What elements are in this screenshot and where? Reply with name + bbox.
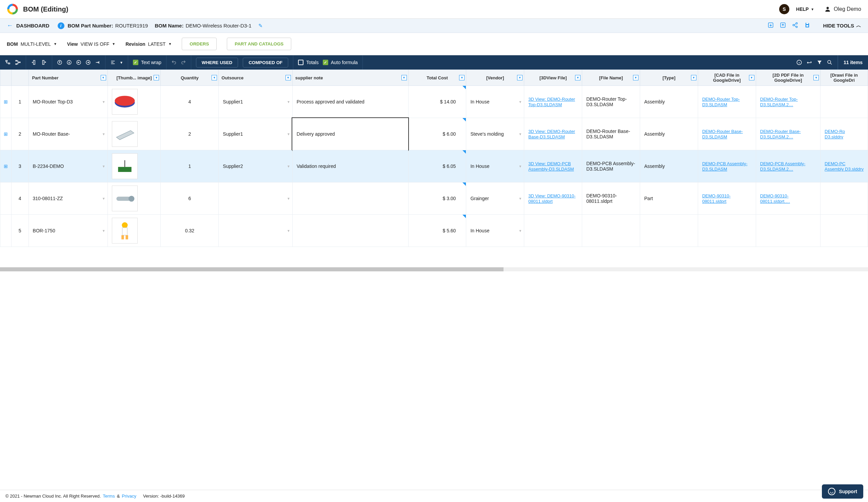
arrow-up-circle-icon[interactable] bbox=[57, 60, 62, 65]
search-icon[interactable] bbox=[827, 59, 833, 65]
chevron-down-icon[interactable]: ▼ bbox=[102, 100, 105, 104]
chevron-down-icon[interactable]: ▼ bbox=[102, 164, 105, 168]
cad-gdrive-cell[interactable]: DEMO-Router Base-D3.SLDASM bbox=[698, 118, 756, 150]
import-icon[interactable] bbox=[768, 22, 774, 29]
pdf-gdrive-cell[interactable] bbox=[756, 215, 820, 247]
tree-collapse-icon[interactable] bbox=[15, 59, 21, 65]
supplier-note-cell[interactable]: Validation required bbox=[292, 150, 408, 183]
filter-icon[interactable]: ▼ bbox=[814, 75, 819, 80]
filter-icon[interactable]: ▼ bbox=[211, 75, 217, 80]
cad-link[interactable]: DEMO-90310-08011.sldprt bbox=[702, 193, 731, 204]
chevron-down-icon[interactable]: ▼ bbox=[518, 100, 522, 104]
chevron-down-icon[interactable]: ▼ bbox=[102, 197, 105, 201]
col-supplier-note[interactable]: supplier note▼ bbox=[292, 70, 408, 86]
drawing-gdrive-cell[interactable]: DEMO-Ro D3.slddrv bbox=[820, 118, 868, 150]
pdf-link[interactable]: DEMO-90310-08011.sldprt.… bbox=[760, 193, 790, 204]
chevron-down-icon[interactable]: ▼ bbox=[287, 100, 290, 104]
cad-gdrive-cell[interactable] bbox=[698, 215, 756, 247]
table-row[interactable]: ⊞ 1 MO-Router Top-D3▼ 4 Supplier1▼ Proce… bbox=[0, 86, 868, 118]
chevron-down-icon[interactable]: ▼ bbox=[518, 164, 522, 168]
drawing-gdrive-cell[interactable] bbox=[820, 183, 868, 215]
chevron-down-icon[interactable]: ▼ bbox=[518, 197, 522, 201]
table-row[interactable]: 5 BOR-1750▼ 0.32 ▼ $ 5.60 In House▼ bbox=[0, 215, 868, 247]
filter-icon[interactable]: ▼ bbox=[154, 75, 159, 80]
help-menu[interactable]: HELP ▼ bbox=[796, 7, 814, 12]
col-part-number[interactable]: Part Number▼ bbox=[29, 70, 107, 86]
cad-link[interactable]: DEMO-Router Base-D3.SLDASM bbox=[702, 129, 743, 140]
chevron-down-icon[interactable]: ▼ bbox=[518, 229, 522, 233]
total-cost-cell[interactable]: $ 6.05 bbox=[408, 150, 466, 183]
chevron-down-icon[interactable]: ▼ bbox=[287, 164, 290, 168]
pdf-gdrive-cell[interactable]: DEMO-90310-08011.sldprt.… bbox=[756, 183, 820, 215]
redo-arrow-icon[interactable] bbox=[95, 60, 100, 65]
quantity-cell[interactable]: 1 bbox=[161, 150, 219, 183]
total-cost-cell[interactable]: $ 3.00 bbox=[408, 183, 466, 215]
arrow-down-circle-icon[interactable] bbox=[66, 60, 72, 65]
vendor-cell[interactable]: Steve's molding▼ bbox=[466, 118, 524, 150]
redo-icon[interactable] bbox=[181, 60, 186, 65]
part-number-cell[interactable]: MO-Router Top-D3▼ bbox=[29, 86, 107, 118]
3dview-cell[interactable]: 3D View: DEMO-Router Top-D3.SLDASM bbox=[524, 86, 582, 118]
view-dropdown[interactable]: View VIEW IS OFF ▼ bbox=[67, 41, 115, 47]
col-quantity[interactable]: Quantity▼ bbox=[161, 70, 219, 86]
pdf-link[interactable]: DEMO-Router Top-D3.SLDASM.2… bbox=[760, 97, 798, 107]
filter-icon[interactable]: ▼ bbox=[402, 75, 407, 80]
vendor-cell[interactable]: Grainger▼ bbox=[466, 183, 524, 215]
hide-tools-toggle[interactable]: HIDE TOOLS ︿ bbox=[823, 22, 861, 29]
chevron-down-icon[interactable]: ▼ bbox=[102, 132, 105, 136]
info-circle-icon[interactable] bbox=[796, 59, 802, 65]
col-type[interactable]: [Type]▼ bbox=[640, 70, 698, 86]
col-file-name[interactable]: [File Name]▼ bbox=[582, 70, 640, 86]
info-icon[interactable]: i bbox=[58, 22, 64, 29]
3dview-link[interactable]: 3D View: DEMO-Router Base-D3.SLDASM bbox=[528, 129, 575, 140]
part-number-cell[interactable]: MO-Router Base-▼ bbox=[29, 118, 107, 150]
col-cad-gdrive[interactable]: [CAD File in GoogleDrive]▼ bbox=[698, 70, 756, 86]
thumbnail-cell[interactable] bbox=[107, 150, 161, 183]
pdf-gdrive-cell[interactable]: DEMO-Router Top-D3.SLDASM.2… bbox=[756, 86, 820, 118]
expand-row-icon[interactable]: ⊞ bbox=[0, 118, 11, 150]
supplier-note-cell[interactable]: Delivery approved bbox=[292, 118, 408, 150]
filter-icon[interactable]: ▼ bbox=[633, 75, 639, 80]
composed-of-button[interactable]: COMPOSED OF bbox=[243, 58, 288, 68]
add-column-icon[interactable] bbox=[31, 59, 37, 65]
supplier-note-cell[interactable] bbox=[292, 215, 408, 247]
vendor-cell[interactable]: In House▼ bbox=[466, 86, 524, 118]
avatar[interactable]: S bbox=[779, 4, 789, 14]
text-wrap-toggle[interactable]: Text wrap bbox=[133, 60, 162, 65]
quantity-cell[interactable]: 2 bbox=[161, 118, 219, 150]
col-3dview[interactable]: [3DView File]▼ bbox=[524, 70, 582, 86]
export-icon[interactable] bbox=[780, 22, 786, 29]
drawing-link[interactable]: DEMO-PC Assembly D3.slddrv bbox=[825, 161, 864, 172]
3dview-link[interactable]: 3D View: DEMO-PCB Assembly-D3.SLDASM bbox=[528, 161, 574, 172]
3dview-cell[interactable] bbox=[524, 215, 582, 247]
part-number-cell[interactable]: BOR-1750▼ bbox=[29, 215, 107, 247]
outsource-cell[interactable]: ▼ bbox=[219, 215, 292, 247]
vendor-cell[interactable]: In House▼ bbox=[466, 215, 524, 247]
vendor-cell[interactable]: In House▼ bbox=[466, 150, 524, 183]
totals-toggle[interactable]: Totals bbox=[298, 60, 319, 65]
col-thumb[interactable]: [Thumb... image]▼ bbox=[107, 70, 161, 86]
total-cost-cell[interactable]: $ 6.00 bbox=[408, 118, 466, 150]
drawing-link[interactable]: DEMO-Ro D3.slddrv bbox=[825, 129, 845, 140]
cad-gdrive-cell[interactable]: DEMO-PCB Assembly-D3.SLDASM bbox=[698, 150, 756, 183]
quantity-cell[interactable]: 4 bbox=[161, 86, 219, 118]
auto-formula-toggle[interactable]: Auto formula bbox=[323, 60, 358, 65]
filter-icon[interactable]: ▼ bbox=[749, 75, 754, 80]
expand-row-icon[interactable]: ⊞ bbox=[0, 86, 11, 118]
part-number-cell[interactable]: 310-08011-ZZ▼ bbox=[29, 183, 107, 215]
where-used-button[interactable]: WHERE USED bbox=[196, 58, 238, 68]
thumbnail-cell[interactable] bbox=[107, 215, 161, 247]
quantity-cell[interactable]: 6 bbox=[161, 183, 219, 215]
pencil-icon[interactable]: ✎ bbox=[258, 23, 263, 29]
pdf-link[interactable]: DEMO-Router Base-D3.SLDASM.2… bbox=[760, 129, 801, 140]
arrow-left-circle-icon[interactable] bbox=[76, 60, 81, 65]
part-number-cell[interactable]: B-2234-DEMO▼ bbox=[29, 150, 107, 183]
cad-gdrive-cell[interactable]: DEMO-90310-08011.sldprt bbox=[698, 183, 756, 215]
total-cost-cell[interactable]: $ 14.00 bbox=[408, 86, 466, 118]
part-catalogs-button[interactable]: PART AND CATALOGS bbox=[227, 38, 291, 50]
col-drawing-gdrive[interactable]: [Drawi File in GoogleDri bbox=[820, 70, 868, 86]
chevron-down-icon[interactable]: ▼ bbox=[287, 229, 290, 233]
expand-row-icon[interactable]: ⊞ bbox=[0, 150, 11, 183]
filter-icon[interactable]: ▼ bbox=[286, 75, 291, 80]
drawing-gdrive-cell[interactable] bbox=[820, 215, 868, 247]
